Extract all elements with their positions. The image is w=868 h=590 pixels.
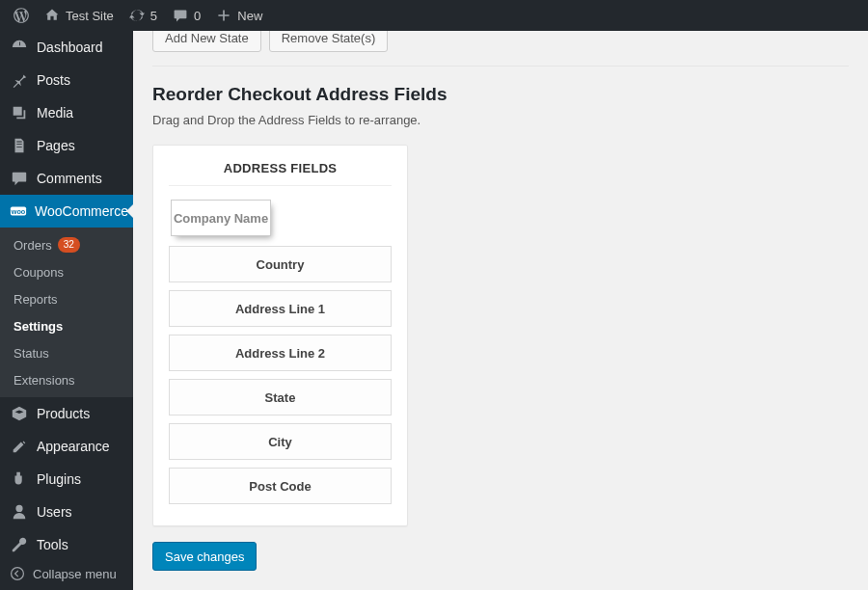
sidebar-item-comments[interactable]: Comments (0, 162, 133, 195)
pages-icon (10, 136, 29, 155)
plugins-icon (10, 469, 29, 489)
tools-icon (10, 535, 29, 554)
add-new-state-button[interactable]: Add New State (152, 31, 261, 52)
sidebar-item-label: Posts (37, 72, 70, 88)
sidebar-item-label: Tools (37, 537, 68, 552)
sidebar-item-dashboard[interactable]: Dashboard (0, 31, 133, 64)
sidebar-item-label: WooCommerce (35, 203, 128, 219)
section-title: Reorder Checkout Address Fields (152, 84, 849, 105)
sidebar-item-products[interactable]: Products (0, 397, 133, 430)
sidebar-item-label: Media (37, 105, 73, 121)
address-fields-card: ADDRESS FIELDS Company Name Country Addr… (152, 145, 408, 526)
sidebar-item-plugins[interactable]: Plugins (0, 463, 133, 496)
sidebar-item-woocommerce[interactable]: woo WooCommerce (0, 195, 133, 228)
sidebar-item-label: Extensions (14, 373, 75, 388)
comments-link[interactable]: 0 (165, 0, 208, 31)
sidebar-item-pages[interactable]: Pages (0, 129, 133, 162)
orders-badge: 32 (58, 237, 80, 253)
woocommerce-submenu: Orders 32 Coupons Reports Settings Statu… (0, 228, 133, 397)
sidebar-item-posts[interactable]: Posts (0, 64, 133, 96)
dashboard-icon (10, 38, 29, 57)
new-label: New (237, 9, 262, 23)
comment-icon (10, 169, 29, 188)
users-icon (10, 502, 29, 522)
wp-logo[interactable] (6, 0, 37, 31)
plus-icon (216, 8, 231, 23)
sidebar-item-label: Plugins (37, 471, 81, 487)
address-field-post-code[interactable]: Post Code (169, 468, 392, 504)
sidebar-item-media[interactable]: Media (0, 96, 133, 129)
woocommerce-icon: woo (10, 201, 27, 221)
sidebar-item-label: Coupons (14, 265, 64, 280)
products-icon (10, 404, 29, 423)
card-title: ADDRESS FIELDS (169, 161, 392, 175)
address-field-country[interactable]: Country (169, 246, 392, 282)
sidebar-item-label: Orders (14, 238, 52, 253)
sidebar-item-label: Users (37, 504, 72, 520)
address-field-city[interactable]: City (169, 423, 392, 460)
comment-icon (173, 8, 188, 23)
home-icon (44, 8, 60, 23)
section-divider (152, 66, 849, 67)
address-field-state[interactable]: State (169, 379, 392, 416)
section-description: Drag and Drop the Address Fields to re-a… (152, 113, 849, 127)
remove-states-button[interactable]: Remove State(s) (269, 31, 389, 52)
collapse-icon (10, 566, 25, 581)
svg-point-2 (12, 568, 24, 580)
sidebar-item-label: Dashboard (37, 40, 103, 55)
sidebar-item-label: Comments (37, 171, 102, 186)
sidebar-item-label: Settings (14, 319, 63, 334)
comment-count: 0 (194, 9, 201, 23)
submenu-coupons[interactable]: Coupons (0, 258, 133, 285)
sidebar-item-tools[interactable]: Tools (0, 528, 133, 561)
submenu-orders[interactable]: Orders 32 (0, 231, 133, 258)
admin-sidebar: Dashboard Posts Media Pages Comments woo… (0, 31, 133, 590)
svg-text:woo: woo (11, 207, 26, 216)
submenu-reports[interactable]: Reports (0, 285, 133, 312)
sidebar-item-appearance[interactable]: Appearance (0, 430, 133, 463)
sidebar-item-label: Reports (14, 292, 58, 307)
collapse-label: Collapse menu (33, 567, 117, 581)
pin-icon (10, 70, 29, 90)
address-field-address-line-1[interactable]: Address Line 1 (169, 290, 392, 327)
site-home-link[interactable]: Test Site (37, 0, 122, 31)
save-changes-button[interactable]: Save changes (152, 542, 257, 571)
sidebar-item-label: Products (37, 406, 90, 421)
new-content-link[interactable]: New (208, 0, 270, 31)
update-count: 5 (150, 9, 157, 23)
sidebar-item-label: Appearance (37, 439, 110, 454)
site-title: Test Site (66, 9, 114, 23)
appearance-icon (10, 437, 29, 456)
submenu-status[interactable]: Status (0, 339, 133, 366)
sidebar-item-label: Pages (37, 138, 75, 153)
sidebar-item-label: Status (14, 346, 49, 361)
content-area: Add New State Remove State(s) Reorder Ch… (133, 31, 868, 590)
sidebar-item-users[interactable]: Users (0, 496, 133, 528)
address-field-company-name[interactable]: Company Name (171, 200, 271, 236)
wordpress-icon (14, 8, 29, 23)
collapse-menu[interactable]: Collapse menu (0, 557, 133, 590)
updates-link[interactable]: 5 (122, 0, 165, 31)
address-field-address-line-2[interactable]: Address Line 2 (169, 335, 392, 371)
card-divider (169, 185, 392, 186)
submenu-extensions[interactable]: Extensions (0, 366, 133, 393)
state-buttons-row: Add New State Remove State(s) (133, 31, 868, 58)
refresh-icon (129, 8, 145, 23)
admin-bar: Test Site 5 0 New (0, 0, 868, 31)
media-icon (10, 103, 29, 122)
submenu-settings[interactable]: Settings (0, 312, 133, 339)
